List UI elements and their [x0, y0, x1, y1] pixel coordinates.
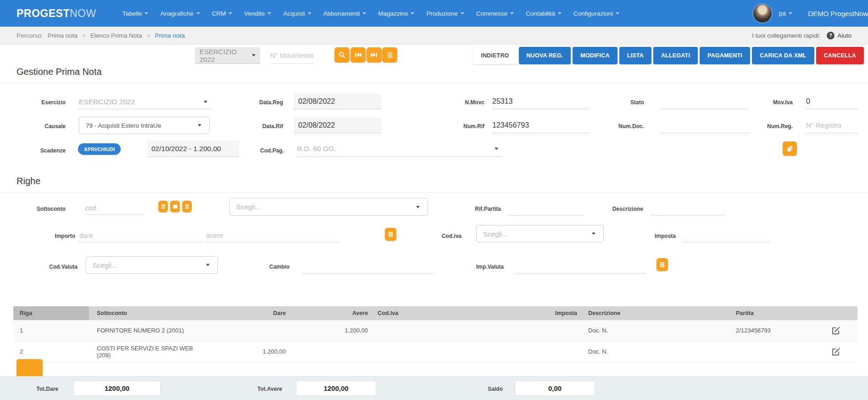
allegati-button[interactable]: ALLEGATI [653, 47, 698, 64]
sottoconto-calendar-button[interactable] [170, 201, 180, 212]
breadcrumb-separator: > [82, 32, 86, 39]
importo-calc-button[interactable] [385, 228, 396, 241]
menu-magazzino[interactable]: Magazzino [372, 10, 420, 17]
first-record-button[interactable] [351, 47, 366, 62]
esercizio-filter-select[interactable]: ESERCIZIO 2022 [195, 47, 260, 64]
menu-crm[interactable]: CRM [206, 10, 239, 17]
movements-list-button[interactable] [382, 47, 397, 62]
num-reg-field[interactable] [806, 118, 858, 133]
user-avatar[interactable] [753, 4, 772, 23]
stato-field[interactable] [660, 94, 749, 109]
cambio-field[interactable] [302, 260, 434, 274]
nuova-reg-button[interactable]: NUOVA REG. [519, 47, 571, 64]
movimento-search-input[interactable] [270, 47, 314, 64]
menu-abbonamenti[interactable]: Abbonamenti [317, 10, 373, 17]
n-movc-field[interactable]: 25313 [492, 94, 589, 109]
cod-iva-label: Cod.iva [409, 233, 462, 239]
righe-title: Righe [17, 176, 40, 186]
cancella-button[interactable]: CANCELLA [816, 47, 864, 64]
cod-valuta-select[interactable]: Scegli... [86, 256, 218, 274]
esercizio-filter-value: ESERCIZIO 2022 [200, 48, 247, 63]
search-button[interactable] [334, 47, 350, 62]
help-link[interactable]: Aiuto [837, 32, 851, 39]
edit-icon [832, 326, 840, 335]
num-rif-label: Num.Rif [432, 123, 484, 130]
cod-pag-label: Cod.Pag. [229, 147, 284, 154]
imp-valuta-field[interactable] [517, 260, 646, 274]
app-logo[interactable]: PROGESTNOW [17, 7, 96, 20]
menu-label: Acquisti [283, 10, 305, 17]
user-menu[interactable]: pa [779, 10, 793, 17]
menu-acquisti[interactable]: Acquisti [277, 10, 317, 17]
righe-table: Riga Sottoconto Dare Avere Cod.Iva Impos… [13, 306, 857, 362]
chevron-down-icon [558, 12, 562, 14]
data-rif-value: 02/08/2022 [298, 121, 335, 130]
rif-partita-field[interactable] [509, 202, 583, 216]
carica-da-xml-button[interactable]: CARICA DA XML [752, 47, 814, 64]
apri-chiudi-toggle[interactable]: APRI/CHIUDI [78, 143, 121, 155]
company-name[interactable]: DEMO ProgestNow [808, 10, 868, 17]
stato-label: Stato [601, 99, 644, 106]
menu-tabelle[interactable]: Tabelle [117, 10, 155, 17]
page-title: Gestione Prima Nota [17, 67, 102, 77]
last-record-button[interactable] [367, 47, 382, 62]
breadcrumb-prima-nota[interactable]: Prima nota [48, 32, 78, 39]
sottoconto-list-button[interactable] [158, 201, 168, 212]
chevron-down-icon [416, 206, 420, 208]
menu-label: Configurazioni [573, 10, 613, 17]
chevron-down-icon [789, 12, 792, 14]
search-icon [338, 51, 346, 59]
divider [0, 83, 868, 84]
menu-vendite[interactable]: Vendite [238, 10, 277, 17]
imp-valuta-calc-button[interactable] [657, 258, 668, 271]
chevron-down-icon [510, 12, 514, 14]
data-rif-field[interactable]: 02/08/2022 [294, 118, 381, 133]
num-doc-label: Num.Doc. [601, 123, 644, 130]
edit-row-button[interactable] [832, 347, 840, 356]
imposta-field[interactable] [684, 229, 771, 242]
header-dare: Dare [206, 310, 289, 316]
num-doc-field[interactable] [660, 118, 749, 133]
breadcrumb-elenco[interactable]: Elenco Prima Nota [90, 32, 142, 39]
chevron-down-icon [495, 147, 498, 150]
scadenze-label: Scadenze [0, 147, 66, 154]
data-reg-field[interactable]: 02/08/2022 [294, 94, 381, 109]
scadenze-field[interactable]: 02/10/2022 - 1.200,00 [147, 141, 239, 157]
header-sottoconto: Sottoconto [89, 310, 206, 316]
menu-configurazioni[interactable]: Configurazioni [568, 10, 625, 17]
menu-commesse[interactable]: Commesse [470, 10, 520, 17]
action-bar: INDIETRO NUOVA REG. MODIFICA LISTA ALLEG… [473, 47, 864, 64]
importo-dare-input[interactable] [79, 229, 204, 242]
menu-produzione[interactable]: Produzione [420, 10, 470, 17]
edit-row-button[interactable] [832, 326, 840, 335]
sottoconto-select-placeholder: Scegli... [236, 203, 261, 211]
cell-sottoconto: FORNITORE NUMERO 2 (2001) [89, 327, 206, 334]
sottoconto-select[interactable]: Scegli... [229, 198, 428, 216]
sottoconto-label: Sottoconto [0, 206, 66, 212]
sottoconto-search-list-button[interactable] [182, 201, 192, 212]
copy-button[interactable] [783, 141, 797, 156]
lista-button[interactable]: LISTA [619, 47, 651, 64]
causale-select[interactable]: 79 - Acquisti Estero IntraUe [79, 117, 210, 134]
rif-partita-label: Rif.Partita [446, 206, 501, 212]
data-reg-label: Data.Reg [228, 99, 283, 106]
pagamenti-button[interactable]: PAGAMENTI [700, 47, 750, 64]
cod-iva-select[interactable]: Scegli... [476, 225, 604, 242]
chevron-down-icon [411, 12, 414, 14]
menu-anagrafiche[interactable]: Anagrafiche [154, 10, 206, 17]
mov-iva-field[interactable]: 0 [806, 94, 858, 109]
list-icon [161, 203, 166, 209]
cell-descrizione: Doc. N. [580, 348, 729, 355]
menu-contabilita[interactable]: Contabilità [520, 10, 568, 17]
num-rif-field[interactable]: 123456793 [492, 118, 589, 133]
breadcrumb-current: Prima nota [155, 32, 184, 39]
sottoconto-cod-input[interactable] [85, 201, 143, 215]
menu-label: Produzione [426, 10, 457, 17]
importo-avere-input[interactable] [206, 229, 340, 242]
descrizione-field[interactable] [651, 202, 725, 216]
cod-pag-select[interactable]: R.D. 60 GG. [297, 141, 503, 157]
calendar-icon [172, 203, 178, 209]
indietro-button[interactable]: INDIETRO [473, 47, 517, 64]
modifica-button[interactable]: MODIFICA [573, 47, 617, 64]
help-icon[interactable]: ? [827, 32, 835, 39]
